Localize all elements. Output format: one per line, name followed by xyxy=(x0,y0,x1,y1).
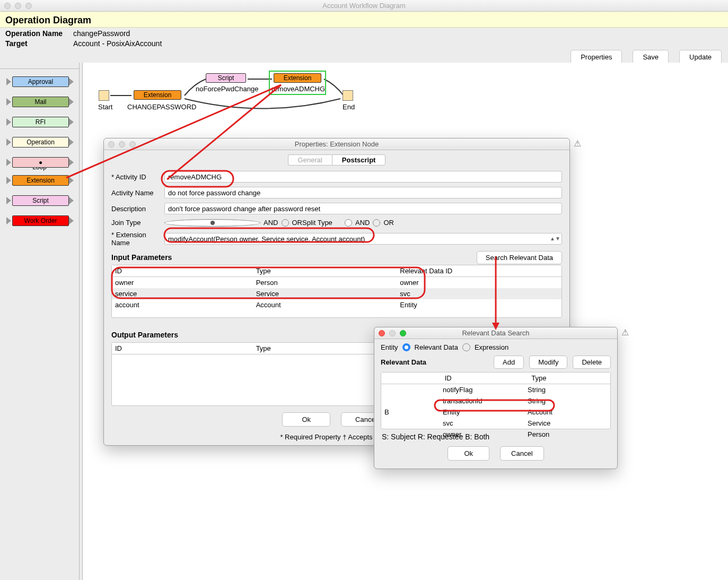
palette-extension[interactable]: Extension xyxy=(6,174,75,187)
diagram-ext2[interactable]: Extension xyxy=(274,73,321,83)
search-relevant-button-1[interactable]: Search Relevant Data xyxy=(477,251,562,264)
update-button[interactable]: Update xyxy=(679,50,722,64)
save-button[interactable]: Save xyxy=(633,50,669,64)
dialog-title: Properties: Extension Node xyxy=(104,140,569,148)
cell: Entity xyxy=(397,299,420,310)
tri-icon xyxy=(69,78,74,85)
cell: service xyxy=(112,288,251,299)
table-row[interactable]: svcService xyxy=(381,418,610,429)
table-row[interactable]: notifyFlagString xyxy=(381,384,610,395)
cell: owner xyxy=(397,277,422,288)
page-title: Operation Diagram xyxy=(5,15,723,26)
delete-button[interactable]: Delete xyxy=(573,356,611,369)
cell: Person xyxy=(524,429,552,440)
ok-button[interactable]: Ok xyxy=(282,412,330,427)
diagram-end-box[interactable] xyxy=(343,90,353,101)
table-row[interactable]: BEntityAccount xyxy=(381,406,610,418)
col-type: Type xyxy=(528,373,549,384)
col-rel: Relevant Data ID xyxy=(397,265,455,276)
tri-icon xyxy=(6,159,11,166)
properties-button[interactable]: Properties xyxy=(571,50,622,64)
entity-label: Entity xyxy=(381,343,398,351)
ext-name-select[interactable]: modifyAccount(Person owner, Service serv… xyxy=(164,233,562,245)
palette-loop[interactable]: ● xyxy=(6,156,75,169)
dialog-tabs: General Postscript xyxy=(104,150,569,169)
target-value: Account - PosixAixAccount xyxy=(73,39,162,48)
table-row[interactable]: owner Person owner xyxy=(112,277,562,288)
warning-icon: ⚠ xyxy=(574,138,581,149)
cell: String xyxy=(524,384,549,395)
table-row[interactable]: account Account Entity xyxy=(112,299,562,310)
activity-id-input[interactable] xyxy=(164,171,562,183)
ext-name-label: * Extension Name xyxy=(111,231,164,247)
tri-icon xyxy=(69,159,74,166)
search-titlebar: Relevant Data Search xyxy=(374,327,617,339)
join-or-radio[interactable] xyxy=(282,219,289,227)
description-input[interactable] xyxy=(164,203,562,214)
palette-node-loop: ● xyxy=(12,157,69,168)
join-and-label: AND xyxy=(264,219,278,227)
palette-node-label: Script xyxy=(12,195,69,206)
palette-node-label: RFI xyxy=(12,117,69,127)
tri-icon xyxy=(6,138,11,146)
target-label: Target xyxy=(5,39,73,48)
cell: owner xyxy=(112,277,251,288)
col-id: ID xyxy=(112,343,251,354)
description-label: Description xyxy=(111,205,164,213)
tri-icon xyxy=(6,217,11,224)
join-and-radio[interactable] xyxy=(164,219,260,227)
diagram-script[interactable]: Script xyxy=(206,73,246,83)
relevant-data-radio[interactable] xyxy=(402,343,410,351)
activity-name-label: Activity Name xyxy=(111,189,164,197)
tri-icon xyxy=(6,197,11,204)
diagram-ext2-sub: removeADMCHG xyxy=(271,85,325,93)
palette-rfi[interactable]: RFI xyxy=(6,116,75,128)
diagram-start-label: Start xyxy=(98,103,112,111)
palette-workorder[interactable]: Work Order xyxy=(6,214,75,227)
modify-button[interactable]: Modify xyxy=(529,356,567,369)
palette-node-label: Work Order xyxy=(12,215,69,226)
page-header: Operation Diagram xyxy=(0,12,728,28)
tab-postscript[interactable]: Postscript xyxy=(332,154,386,166)
diagram-ext1-sub: CHANGEPASSWORD xyxy=(127,103,197,111)
tri-icon xyxy=(6,118,11,126)
tab-general[interactable]: General xyxy=(288,154,332,166)
cell: svc xyxy=(440,418,524,429)
expression-radio[interactable] xyxy=(462,343,470,351)
cell: notifyFlag xyxy=(440,384,524,395)
cancel-button[interactable]: Cancel xyxy=(500,446,543,461)
diagram-ext1[interactable]: Extension xyxy=(134,90,181,100)
search-dialog: ⚠ Relevant Data Search Entity Relevant D… xyxy=(374,327,618,469)
add-button[interactable]: Add xyxy=(494,356,524,369)
col-type: Type xyxy=(253,265,395,276)
palette-operation[interactable]: Operation xyxy=(6,136,75,149)
split-or-radio[interactable] xyxy=(373,219,380,227)
split-and-radio[interactable] xyxy=(345,219,352,227)
palette-script[interactable]: Script xyxy=(6,194,75,207)
search-bottom-buttons: Ok Cancel xyxy=(374,444,617,465)
cell: Service xyxy=(253,288,395,299)
tri-icon xyxy=(69,138,74,146)
ext-name-value: modifyAccount(Person owner, Service serv… xyxy=(168,235,365,243)
warning-icon: ⚠ xyxy=(621,327,629,337)
input-params-table: ID Type Relevant Data ID owner Person ow… xyxy=(111,265,562,318)
table-row[interactable]: ownerPerson xyxy=(381,429,610,440)
diagram-start-box[interactable] xyxy=(99,90,109,101)
palette-node-label: Mail xyxy=(12,97,69,107)
col-type: Type xyxy=(253,343,274,354)
tri-icon xyxy=(6,78,11,85)
cell: Person xyxy=(253,277,395,288)
table-row[interactable]: service Service svc xyxy=(112,288,562,299)
palette-mail[interactable]: Mail xyxy=(6,96,75,108)
palette-approval[interactable]: Approval xyxy=(6,75,75,88)
palette-node-label: Extension xyxy=(12,175,69,186)
tri-icon xyxy=(69,217,74,224)
activity-name-input[interactable] xyxy=(164,187,562,198)
search-table: ID Type notifyFlagString transactionIdSt… xyxy=(381,372,611,429)
table-row[interactable]: transactionIdString xyxy=(381,395,610,406)
dialog-form: * Activity ID Activity Name Description … xyxy=(104,169,569,249)
col-id: ID xyxy=(442,373,527,384)
ok-button[interactable]: Ok xyxy=(448,446,489,461)
cell: Account xyxy=(524,406,556,418)
palette: Approval Mail RFI Operation ● Loop Exten… xyxy=(0,63,80,580)
